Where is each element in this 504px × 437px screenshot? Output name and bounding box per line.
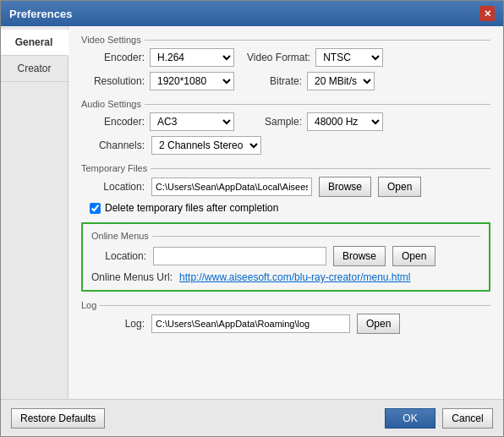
audio-encoder-sample-row: Encoder: AC3 AAC MP3 Sample: 48000 Hz [90, 112, 490, 131]
temp-browse-button[interactable]: Browse [319, 177, 371, 197]
sidebar-item-creator[interactable]: Creator [1, 56, 68, 82]
cancel-button[interactable]: Cancel [442, 408, 493, 429]
audio-settings-section: Audio Settings Encoder: AC3 AAC MP3 [81, 99, 490, 155]
video-format-group: Video Format: NTSC PAL [247, 48, 383, 67]
close-button[interactable]: ✕ [479, 6, 495, 21]
video-format-select[interactable]: NTSC PAL [315, 48, 383, 67]
online-url-link[interactable]: http://www.aiseesoft.com/blu-ray-creator… [179, 271, 410, 283]
encoder-group: Encoder: H.264 H.265 MPEG-2 [90, 48, 234, 67]
sidebar: General Creator [1, 26, 68, 399]
online-browse-button[interactable]: Browse [333, 246, 386, 266]
preferences-dialog: Preferences ✕ General Creator Video Sett… [0, 0, 504, 437]
online-url-row: Online Menus Url: http://www.aiseesoft.c… [91, 271, 480, 283]
temp-files-title: Temporary Files [81, 163, 147, 173]
online-menus-divider [152, 236, 480, 237]
encoder-format-row: Encoder: H.264 H.265 MPEG-2 Video Format… [90, 48, 490, 67]
online-location-input[interactable] [153, 247, 326, 265]
online-menus-content: Location: Browse Open Online Menus Url: … [91, 246, 480, 283]
title-bar: Preferences ✕ [1, 1, 503, 26]
temp-location-label: Location: [90, 181, 145, 193]
resolution-select[interactable]: 1920*1080 1280*720 720*480 [150, 72, 234, 90]
resolution-label: Resolution: [90, 75, 145, 87]
temp-files-section: Temporary Files Location: Browse Open De… [81, 163, 490, 214]
sample-select[interactable]: 48000 Hz 44100 Hz 32000 Hz [307, 112, 383, 131]
sidebar-item-general[interactable]: General [1, 30, 68, 56]
footer-buttons: OK Cancel [385, 408, 493, 429]
temp-open-button[interactable]: Open [378, 177, 421, 197]
online-url-label: Online Menus Url: [91, 271, 173, 283]
log-divider [100, 305, 490, 306]
video-settings-divider [145, 40, 490, 41]
delete-temp-label: Delete temporary files after completion [105, 202, 278, 214]
online-menus-section: Online Menus Location: Browse Open Onlin… [81, 222, 490, 292]
delete-temp-row: Delete temporary files after completion [90, 202, 490, 214]
bitrate-label: Bitrate: [247, 75, 302, 87]
log-label: Log: [90, 318, 145, 330]
audio-encoder-label: Encoder: [90, 116, 145, 128]
encoder-label: Encoder: [90, 52, 145, 63]
delete-temp-checkbox[interactable] [90, 203, 101, 214]
main-content: Video Settings Encoder: H.264 H.265 MPEG… [68, 26, 503, 399]
sample-group: Sample: 48000 Hz 44100 Hz 32000 Hz [247, 112, 383, 131]
log-header: Log [81, 300, 490, 310]
restore-defaults-button[interactable]: Restore Defaults [11, 408, 105, 429]
temp-location-input[interactable] [151, 178, 312, 196]
temp-files-divider [151, 168, 490, 169]
audio-settings-title: Audio Settings [81, 99, 141, 109]
audio-encoder-select[interactable]: AC3 AAC MP3 [150, 112, 234, 131]
channels-select[interactable]: 2 Channels Stereo 5.1 Channels [151, 136, 261, 155]
online-location-row: Location: Browse Open [91, 246, 480, 266]
video-settings-title: Video Settings [81, 35, 141, 45]
video-settings-section: Video Settings Encoder: H.264 H.265 MPEG… [81, 35, 490, 90]
temp-location-row: Location: Browse Open [90, 177, 490, 197]
video-format-label: Video Format: [247, 52, 310, 63]
sample-label: Sample: [247, 116, 302, 128]
audio-encoder-group: Encoder: AC3 AAC MP3 [90, 112, 234, 131]
audio-settings-header: Audio Settings [81, 99, 490, 109]
channels-label: Channels: [90, 139, 145, 151]
log-input[interactable] [151, 314, 350, 333]
bitrate-group: Bitrate: 20 MBit/s 15 MBit/s 10 MBit/s [247, 72, 375, 90]
online-location-label: Location: [91, 250, 146, 262]
temp-files-header: Temporary Files [81, 163, 490, 173]
log-title: Log [81, 300, 96, 310]
encoder-select[interactable]: H.264 H.265 MPEG-2 [150, 48, 234, 67]
content-area: General Creator Video Settings Encoder: [1, 26, 503, 399]
online-open-button[interactable]: Open [392, 246, 436, 266]
video-settings-header: Video Settings [81, 35, 490, 45]
log-open-button[interactable]: Open [357, 314, 400, 334]
online-menus-header: Online Menus [91, 231, 480, 241]
log-row: Log: Open [90, 314, 490, 334]
bitrate-select[interactable]: 20 MBit/s 15 MBit/s 10 MBit/s [307, 72, 375, 90]
resolution-group: Resolution: 1920*1080 1280*720 720*480 [90, 72, 234, 90]
online-menus-title: Online Menus [91, 231, 149, 241]
dialog-title: Preferences [9, 8, 72, 20]
resolution-bitrate-row: Resolution: 1920*1080 1280*720 720*480 B… [90, 72, 490, 90]
footer: Restore Defaults OK Cancel [1, 399, 503, 436]
log-section: Log Log: Open [81, 300, 490, 334]
audio-settings-divider [145, 104, 490, 105]
channels-row: Channels: 2 Channels Stereo 5.1 Channels [90, 136, 490, 155]
ok-button[interactable]: OK [385, 408, 436, 429]
